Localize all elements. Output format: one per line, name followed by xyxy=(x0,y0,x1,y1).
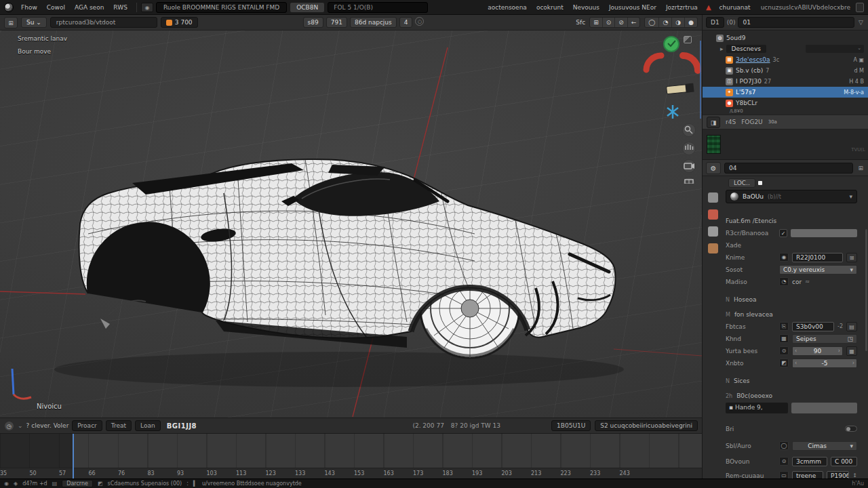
timeline-button[interactable]: Proacr xyxy=(72,420,102,431)
timeline-ruler[interactable]: 3550576676839310311312313314315316317318… xyxy=(0,468,702,479)
id-icon[interactable]: ⎘ xyxy=(779,322,789,331)
menu-item[interactable]: Jousuvous NEor xyxy=(604,4,661,11)
timeline-button[interactable]: Loan xyxy=(135,420,161,431)
tab-world-icon[interactable] xyxy=(708,226,718,237)
value-field[interactable]: C 000 xyxy=(831,457,857,466)
outliner-filter-toggle[interactable]: (0) xyxy=(727,19,736,26)
menu-item[interactable]: Nevouus xyxy=(568,4,604,11)
scene-row[interactable]: ◍ 5oud9 xyxy=(703,33,868,43)
toggle-switch[interactable] xyxy=(845,426,857,432)
mode-dropdown[interactable]: Su ⌄ xyxy=(21,17,47,28)
dropdown[interactable]: C0.y vereuxis▾ xyxy=(779,265,857,274)
object-row[interactable]: ▦ 3de'escs0a 3c A ▣ xyxy=(703,54,868,65)
object-row[interactable]: ◫ I PO7J30 27 H 4 B xyxy=(703,76,868,87)
disclosure-icon[interactable]: ▸ xyxy=(720,45,724,52)
object-row-selected[interactable]: ✦ L'57s7 M-8-v-a xyxy=(703,87,868,98)
shading-mode-icon[interactable]: ◑ xyxy=(672,18,685,27)
file-path-button[interactable]: Ruole BROOMMNE RIGS ENTAILM FMD xyxy=(156,2,287,13)
visibility-icons[interactable]: M-8-v-a xyxy=(844,89,864,96)
object-row[interactable]: ● Y8bCLr xyxy=(703,98,868,108)
frame-range[interactable]: 8? 20 igd TW 13 xyxy=(451,422,500,429)
filter-label[interactable]: r4S xyxy=(726,119,736,125)
name-field[interactable]: R22J0100 xyxy=(792,253,843,262)
start-frame-field[interactable]: 1B05U1U xyxy=(551,420,591,431)
scrollbar[interactable] xyxy=(865,229,867,351)
value-field[interactable]: 3cmmm xyxy=(792,457,827,466)
section-header[interactable]: 2hB0c(oeoexo xyxy=(726,390,857,401)
menu-item[interactable]: Fhow xyxy=(16,4,42,11)
section-header[interactable]: NSices xyxy=(726,375,857,386)
tab-object-icon[interactable] xyxy=(708,243,718,253)
editor-type-icon[interactable]: ◷ xyxy=(4,421,14,431)
chevron-down-icon[interactable]: ⌄ xyxy=(18,422,23,429)
display-icon[interactable] xyxy=(856,3,864,12)
visibility-icons[interactable]: d M xyxy=(854,68,864,74)
shading-mode-icon[interactable]: ◔ xyxy=(659,18,672,27)
playback-menu[interactable]: ? clever. Voler xyxy=(26,422,69,429)
keying-set-label[interactable]: BGI1JJ8 xyxy=(167,422,197,430)
mode-icon[interactable]: ◯ xyxy=(779,441,789,450)
navigation-gizmo[interactable] xyxy=(641,35,702,184)
scene-name-field[interactable]: FOL 5 1/O(B) xyxy=(328,2,428,13)
tab-render-icon[interactable] xyxy=(708,192,718,203)
datablock-icon[interactable]: ◉ xyxy=(779,253,789,262)
slider[interactable]: ‹-5› xyxy=(792,359,857,368)
collection-filter-field[interactable]: ⌄ xyxy=(806,45,864,53)
timeline-button[interactable]: Treat xyxy=(106,420,132,431)
visibility-icons[interactable]: H 4 B xyxy=(849,79,864,85)
material-slot[interactable]: BaOUu (b)//t ▾ xyxy=(726,190,857,203)
value-field[interactable] xyxy=(791,403,857,413)
slider[interactable]: ‹90› xyxy=(792,346,843,356)
alert-icon[interactable]: ▲ xyxy=(704,3,713,11)
filter-type-icon[interactable]: ◨ xyxy=(707,117,720,128)
overlay-toggle-icon[interactable]: ← xyxy=(628,18,640,27)
angle-icon[interactable]: ⊙ xyxy=(779,346,789,355)
filter-label[interactable]: 30a xyxy=(768,119,777,125)
active-menu-item[interactable]: churuanat xyxy=(715,4,755,11)
menu-item[interactable]: Cowol xyxy=(42,4,70,11)
value-field[interactable] xyxy=(791,229,857,237)
section-header[interactable]: Mfon slevacea xyxy=(726,309,857,320)
stat-pill[interactable]: 791 xyxy=(326,17,347,28)
menu-item[interactable]: Jozrtzrtrua xyxy=(661,4,703,11)
animate-icon[interactable]: ▦ xyxy=(846,346,857,356)
library-icon[interactable]: ▤ xyxy=(846,322,857,331)
object-row-partial[interactable]: /L8¥0 xyxy=(703,108,868,115)
link-icon[interactable]: ◔ xyxy=(779,277,789,286)
menu-item[interactable]: ocokrunt xyxy=(532,4,568,11)
texture-preview-icon[interactable] xyxy=(707,135,721,154)
outliner-display-mode[interactable]: D1 xyxy=(706,17,724,28)
dropdown[interactable]: Seipes◳ xyxy=(792,334,857,344)
shape-icon[interactable]: ▦ xyxy=(779,334,789,343)
orientation-dropdown[interactable]: 86d napcjus xyxy=(350,17,397,28)
chevron-down-icon[interactable]: ▾ xyxy=(849,193,852,200)
breadcrumb-pill[interactable]: LOC.. xyxy=(728,178,755,188)
collection-row[interactable]: ▸ Descnevs ⌄ xyxy=(703,43,868,54)
tab-scene-icon[interactable] xyxy=(708,209,718,220)
shading-mode-icon[interactable]: ● xyxy=(685,18,697,27)
dropdown[interactable]: Cimas▾ xyxy=(792,441,857,451)
filter-label[interactable]: FOG2U xyxy=(741,119,763,125)
menu-item[interactable]: RWS xyxy=(108,4,132,11)
grid-icon[interactable]: ⊞ xyxy=(856,165,865,171)
playhead[interactable] xyxy=(73,434,74,479)
outliner-search-input[interactable] xyxy=(738,17,854,28)
frame-current[interactable]: (2. 200 77 xyxy=(412,422,443,429)
timeline-track[interactable] xyxy=(0,434,702,468)
section-header[interactable]: NHoseoa xyxy=(726,294,857,305)
tool-dropdown[interactable]: rptcuroad3b/vtdoot xyxy=(50,17,157,28)
tool-tab-icon[interactable]: ⚙ xyxy=(706,162,721,174)
overlay-toggle-icon[interactable]: ⊙ xyxy=(603,18,616,27)
new-datablock-button[interactable]: ⊞ xyxy=(846,253,857,262)
proportional-edit-icon[interactable]: ○ xyxy=(415,17,424,26)
editor-type-icon[interactable]: ⊞ xyxy=(4,17,18,28)
filter-icon[interactable]: ▽ xyxy=(857,19,865,26)
count-icon[interactable]: ⊙ xyxy=(779,457,789,466)
collapse-region-icon[interactable] xyxy=(684,36,692,43)
stat-pill[interactable]: s89 xyxy=(303,17,323,28)
snap-toggle[interactable]: 4 xyxy=(399,17,413,28)
checkbox[interactable]: ✓ xyxy=(779,229,787,237)
viewport-3d[interactable]: Sremantic lanav Bour move Nivoicu xyxy=(0,30,702,418)
active-object-badge[interactable]: 3 700 xyxy=(161,17,198,28)
overlay-toggle-icon[interactable]: ⊘ xyxy=(615,18,628,27)
